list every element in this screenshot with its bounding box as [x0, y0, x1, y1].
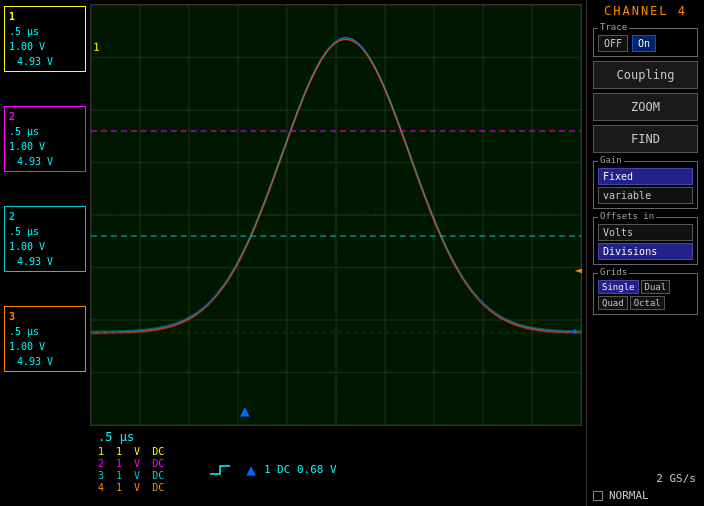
- trace-on-button[interactable]: On: [632, 35, 656, 52]
- ch3-info-row: 3 1 V DC: [98, 470, 164, 481]
- normal-mode: NORMAL: [593, 489, 698, 502]
- gain-group: Gain Fixed variable: [593, 161, 698, 209]
- offsets-group-label: Offsets in: [598, 211, 656, 221]
- grids-octal-button[interactable]: Octal: [630, 296, 665, 310]
- ch1-label: 1: [9, 9, 81, 24]
- ch1-info-row: 1 1 V DC: [98, 446, 164, 457]
- ch3-offset: 4.93 V: [9, 254, 81, 269]
- channel-title: CHANNEL 4: [593, 4, 698, 18]
- channel-3-box: 2 .5 µs 1.00 V 4.93 V: [4, 206, 86, 272]
- ch2-label: 2: [9, 109, 81, 124]
- offsets-divisions-button[interactable]: Divisions: [598, 243, 693, 260]
- gain-variable-button[interactable]: variable: [598, 187, 693, 204]
- offsets-group: Offsets in Volts Divisions: [593, 217, 698, 265]
- ch4-volt: 1.00 V: [9, 339, 81, 354]
- gain-fixed-button[interactable]: Fixed: [598, 168, 693, 185]
- ch2-offset: 4.93 V: [9, 154, 81, 169]
- channel-2-box: 2 .5 µs 1.00 V 4.93 V: [4, 106, 86, 172]
- trace-group-label: Trace: [598, 22, 629, 32]
- channel-1-box: 1 .5 µs 1.00 V 4.93 V: [4, 6, 86, 72]
- offsets-volts-button[interactable]: Volts: [598, 224, 693, 241]
- trigger-arrow-up: ▲: [246, 460, 256, 479]
- sample-rate: 2 GS/s: [593, 472, 698, 485]
- grids-group-label: Grids: [598, 267, 629, 277]
- coupling-button[interactable]: Coupling: [593, 61, 698, 89]
- ch3-volt: 1.00 V: [9, 239, 81, 254]
- scope-display: [90, 4, 582, 426]
- gain-group-label: Gain: [598, 155, 624, 165]
- grids-dual-button[interactable]: Dual: [641, 280, 671, 294]
- grids-quad-button[interactable]: Quad: [598, 296, 628, 310]
- trigger-up-arrow: ▲: [240, 401, 250, 420]
- find-button[interactable]: FIND: [593, 125, 698, 153]
- normal-square: [593, 491, 603, 501]
- grids-group: Grids Single Dual Quad Octal: [593, 273, 698, 315]
- ch1-volt: 1.00 V: [9, 39, 81, 54]
- ch2-volt: 1.00 V: [9, 139, 81, 154]
- trace-group: Trace OFF On: [593, 28, 698, 57]
- ch1-time: .5 µs: [9, 24, 81, 39]
- trace-off-button[interactable]: OFF: [598, 35, 628, 52]
- ch4-time: .5 µs: [9, 324, 81, 339]
- ch4-info-row: 4 1 V DC: [98, 482, 164, 493]
- ch4-right-marker: ◄: [575, 263, 582, 277]
- ch3-time: .5 µs: [9, 224, 81, 239]
- channel-4-box: 3 .5 µs 1.00 V 4.93 V: [4, 306, 86, 372]
- timebase-display: .5 µs: [98, 430, 578, 444]
- ch2-time: .5 µs: [9, 124, 81, 139]
- grids-single-button[interactable]: Single: [598, 280, 639, 294]
- ch4-label: 3: [9, 309, 81, 324]
- ch3-label: 2: [9, 209, 81, 224]
- ch4-offset: 4.93 V: [9, 354, 81, 369]
- ch1-offset: 4.93 V: [9, 54, 81, 69]
- trigger-symbol: [210, 460, 238, 480]
- trigger-info: 1 DC 0.68 V: [264, 463, 337, 476]
- ch2-info-row: 2 1 V DC: [98, 458, 164, 469]
- zoom-button[interactable]: ZOOM: [593, 93, 698, 121]
